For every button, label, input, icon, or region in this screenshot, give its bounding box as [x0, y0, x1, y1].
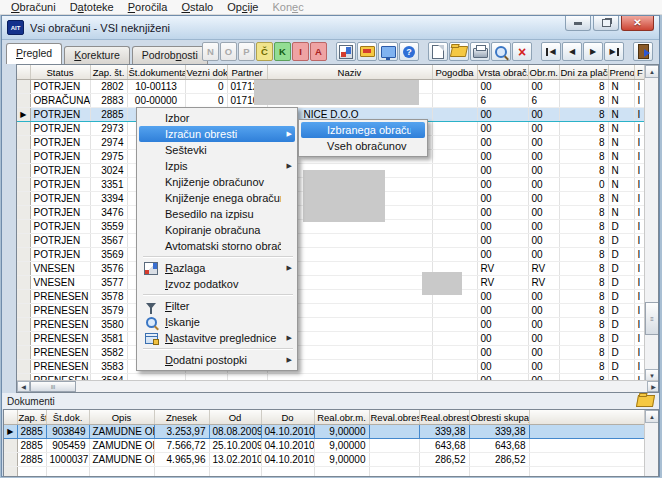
cell[interactable]: [17, 94, 30, 108]
cell[interactable]: D: [608, 360, 634, 374]
cell[interactable]: [4, 453, 17, 467]
column-header[interactable]: [4, 410, 17, 425]
cell[interactable]: 903849: [46, 425, 89, 439]
cell[interactable]: 8: [559, 290, 608, 304]
search-button[interactable]: [491, 42, 511, 61]
cell[interactable]: 3559: [90, 220, 127, 234]
cell[interactable]: 10-00113: [127, 80, 185, 94]
table-row[interactable]: PRENESEN358200008DI: [17, 346, 646, 360]
table-row[interactable]: PRENESEN357900008DI: [17, 304, 646, 318]
cell[interactable]: 2883: [90, 94, 127, 108]
cell[interactable]: VNESEN: [30, 276, 90, 290]
cell[interactable]: 00: [528, 234, 559, 248]
cell[interactable]: POTRJEN: [30, 122, 90, 136]
column-header[interactable]: Pogodba: [432, 65, 477, 80]
cell[interactable]: D: [608, 220, 634, 234]
cell[interactable]: D: [608, 276, 634, 290]
cell[interactable]: 3.253,97: [154, 425, 209, 439]
menu-obracuni[interactable]: Obračuni: [4, 0, 63, 15]
cell[interactable]: PRENESEN: [30, 290, 90, 304]
monitor-button[interactable]: [378, 42, 398, 61]
horizontal-scrollbar[interactable]: lll: [17, 380, 659, 392]
cell[interactable]: [17, 150, 30, 164]
cell[interactable]: 8: [559, 276, 608, 290]
cell[interactable]: 3580: [90, 318, 127, 332]
cell[interactable]: 00: [477, 220, 528, 234]
cell[interactable]: 3582: [90, 346, 127, 360]
cell[interactable]: 8: [559, 108, 608, 122]
cell[interactable]: 3576: [90, 262, 127, 276]
cell[interactable]: ▶: [4, 425, 17, 439]
menu-item-razlaga[interactable]: Razlaga▶: [139, 260, 295, 276]
cell[interactable]: POTRJEN: [30, 220, 90, 234]
cell[interactable]: 0: [185, 80, 227, 94]
filter-c-button[interactable]: Č: [256, 42, 273, 61]
column-header[interactable]: Real.obresti: [419, 410, 469, 425]
cell[interactable]: 3579: [90, 304, 127, 318]
table-row[interactable]: VNESEN3576RVRV8DI: [17, 262, 646, 276]
cell[interactable]: N: [608, 178, 634, 192]
cell[interactable]: [529, 453, 644, 467]
menu-item-izbranega-obracuna[interactable]: Izbranega obračuna: [301, 122, 425, 138]
cell[interactable]: 00: [528, 150, 559, 164]
cell[interactable]: 00-00000: [127, 94, 185, 108]
vertical-scrollbar[interactable]: ≡: [644, 65, 658, 382]
cell[interactable]: D: [608, 318, 634, 332]
cell[interactable]: [17, 332, 30, 346]
print-button[interactable]: [470, 42, 490, 61]
delete-button[interactable]: ×: [512, 42, 532, 61]
cell[interactable]: 4.965,96: [154, 453, 209, 467]
cell[interactable]: POTRJEN: [30, 178, 90, 192]
cell[interactable]: POTRJEN: [30, 234, 90, 248]
cell[interactable]: [17, 206, 30, 220]
cell[interactable]: N: [608, 136, 634, 150]
cell[interactable]: [17, 192, 30, 206]
nav-first-button[interactable]: ◀: [541, 42, 561, 61]
cell[interactable]: N: [608, 122, 634, 136]
cell[interactable]: [4, 467, 17, 478]
cell[interactable]: ZAMUDNE OBRESTI: [89, 439, 154, 453]
cell[interactable]: 00: [477, 192, 528, 206]
cell[interactable]: 00: [528, 108, 559, 122]
cell[interactable]: 6: [528, 94, 559, 108]
menu-item-izracun-obresti[interactable]: Izračun obresti▶: [139, 126, 295, 142]
column-header[interactable]: Št.dokumenta: [127, 65, 185, 80]
cell[interactable]: [369, 425, 419, 439]
cell[interactable]: 9,00000: [314, 425, 369, 439]
cell[interactable]: 2802: [90, 80, 127, 94]
cell[interactable]: 00: [477, 122, 528, 136]
cell[interactable]: [432, 150, 477, 164]
cell[interactable]: N: [608, 80, 634, 94]
cell[interactable]: [432, 360, 477, 374]
cell[interactable]: 25.10.2009: [209, 439, 261, 453]
cell[interactable]: [432, 234, 477, 248]
menu-item-dodatni-postopki[interactable]: Dodatni postopki▶: [139, 352, 295, 368]
cell[interactable]: VNESEN: [30, 262, 90, 276]
filter-p-button[interactable]: P: [238, 42, 255, 61]
scroll-up-button[interactable]: [645, 410, 659, 423]
cell[interactable]: 2885: [17, 439, 46, 453]
cell[interactable]: [432, 248, 477, 262]
cell[interactable]: 00: [477, 346, 528, 360]
column-header[interactable]: Od: [209, 410, 261, 425]
cell[interactable]: [432, 304, 477, 318]
cell[interactable]: [17, 318, 30, 332]
column-header[interactable]: Obr.m.: [528, 65, 559, 80]
cell[interactable]: [469, 467, 529, 478]
cell[interactable]: [17, 220, 30, 234]
cell[interactable]: POTRJEN: [30, 108, 90, 122]
cell[interactable]: [4, 439, 17, 453]
cell[interactable]: D: [608, 346, 634, 360]
cell[interactable]: [17, 248, 30, 262]
cell[interactable]: 00: [528, 360, 559, 374]
cell[interactable]: 8: [559, 262, 608, 276]
menu-item-avtomatski-storno-obracuna[interactable]: Avtomatski storno obračuna: [139, 238, 295, 254]
cell[interactable]: [17, 178, 30, 192]
cell[interactable]: 00: [477, 80, 528, 94]
cell[interactable]: [369, 439, 419, 453]
cell[interactable]: 04.10.2010: [261, 425, 314, 439]
cell[interactable]: N: [608, 164, 634, 178]
tab-podrobnosti[interactable]: Podrobnosti: [132, 46, 208, 64]
cell[interactable]: [89, 467, 154, 478]
cell[interactable]: 1000037: [46, 453, 89, 467]
